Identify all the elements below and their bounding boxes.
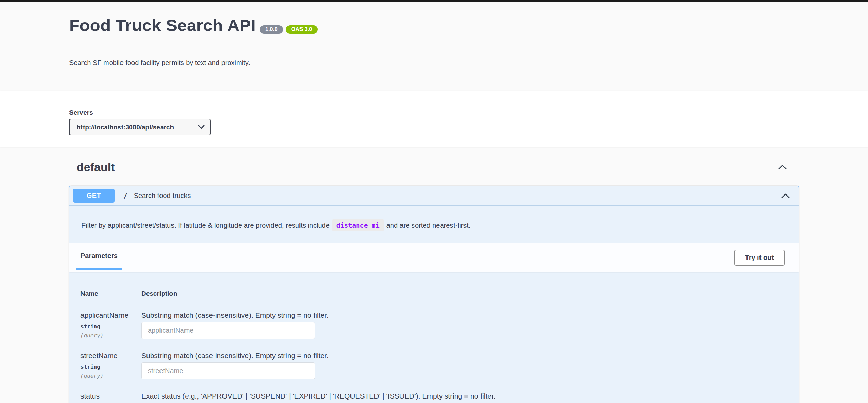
- servers-label: Servers: [69, 109, 799, 116]
- tab-parameters-label: Parameters: [80, 252, 118, 260]
- tag-section-header[interactable]: default: [69, 161, 799, 182]
- param-location: (query): [80, 373, 141, 379]
- info-section: Food Truck Search API 1.0.0 OAS 3.0 Sear…: [0, 2, 868, 91]
- operation-summary[interactable]: GET / Search food trucks: [69, 186, 799, 206]
- api-description: Search SF mobile food facility permits b…: [69, 59, 799, 67]
- operation-path: /: [123, 192, 128, 200]
- param-name: applicantName: [80, 311, 141, 319]
- api-title: Food Truck Search API: [69, 16, 256, 34]
- operation-description: Filter by applicant/street/status. If la…: [69, 206, 799, 243]
- param-description: Substring match (case-insensitive). Empt…: [141, 311, 788, 319]
- param-name: status: [80, 392, 141, 400]
- column-header-name: Name: [80, 282, 141, 304]
- try-it-out-button[interactable]: Try it out: [734, 250, 785, 266]
- operation-description-prefix: Filter by applicant/street/status. If la…: [81, 222, 330, 229]
- server-select[interactable]: http://localhost:3000/api/search: [69, 119, 211, 135]
- operation-description-suffix: and are sorted nearest-first.: [386, 222, 471, 229]
- parameters-section-header: Parameters Try it out: [69, 243, 799, 272]
- operation-summary-text: Search food trucks: [134, 192, 191, 200]
- oas-badge: OAS 3.0: [286, 25, 318, 34]
- parameter-row-applicantName: applicantName string (query) Substring m…: [80, 304, 788, 345]
- collapse-section-button[interactable]: [778, 164, 787, 170]
- param-description: Exact status (e.g., 'APPROVED' | 'SUSPEN…: [141, 392, 788, 400]
- param-type: string: [80, 324, 141, 330]
- distance-mi-code: distance_mi: [332, 219, 384, 231]
- param-location: (query): [80, 332, 141, 339]
- param-name: streetName: [80, 352, 141, 360]
- collapse-operation-button[interactable]: [781, 193, 790, 199]
- chevron-up-icon: [778, 164, 787, 170]
- badges: 1.0.0 OAS 3.0: [260, 25, 318, 34]
- streetName-input[interactable]: [141, 362, 315, 379]
- get-method-badge: GET: [73, 189, 115, 203]
- param-type: string: [80, 364, 141, 370]
- parameters-table: Name Description applicantName string (q…: [80, 282, 788, 403]
- chevron-up-icon: [781, 193, 790, 199]
- column-header-description: Description: [141, 282, 788, 304]
- server-select-wrapper: http://localhost:3000/api/search: [69, 119, 211, 135]
- parameter-row-status: status string (query) Exact status (e.g.…: [80, 385, 788, 403]
- get-operation-block: GET / Search food trucks Filter by appli…: [69, 186, 799, 403]
- servers-section: Servers http://localhost:3000/api/search: [0, 91, 868, 147]
- table-header-row: Name Description: [80, 282, 788, 304]
- parameters-table-container: Name Description applicantName string (q…: [69, 272, 799, 403]
- title-row: Food Truck Search API 1.0.0 OAS 3.0: [69, 16, 799, 34]
- parameter-row-streetName: streetName string (query) Substring matc…: [80, 344, 788, 385]
- tab-parameters[interactable]: Parameters: [76, 243, 122, 270]
- applicantName-input[interactable]: [141, 322, 315, 339]
- tag-name: default: [77, 161, 115, 173]
- param-description: Substring match (case-insensitive). Empt…: [141, 352, 788, 360]
- version-badge: 1.0.0: [260, 25, 283, 34]
